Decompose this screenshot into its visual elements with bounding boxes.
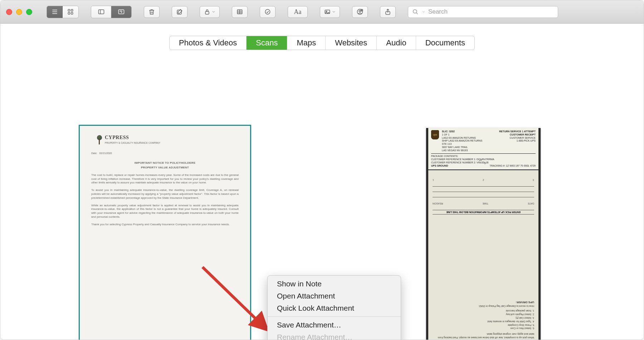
- list-lines-icon: [51, 8, 58, 15]
- doc2-cs1: CUSTOMER SERVICE: [510, 137, 536, 139]
- search-field[interactable]: [408, 6, 558, 18]
- new-note-button[interactable]: [172, 6, 187, 18]
- doc2-tracking: TRACKING #: 1Z W93 197 75 6501 4729: [489, 164, 536, 168]
- media-button[interactable]: [320, 6, 340, 18]
- doc1-date-label: Date:: [91, 152, 97, 154]
- chevron-down-icon: [422, 10, 425, 14]
- doc2-receipt: CUSTOMER RECEIPT: [510, 133, 536, 137]
- add-people-button[interactable]: [352, 6, 368, 18]
- sidebar-attach-group: [91, 6, 132, 18]
- share-button[interactable]: [380, 6, 396, 18]
- menu-separator: [268, 316, 401, 317]
- doc1-p4: Thank you for selecting Cypress Property…: [91, 223, 239, 227]
- doc2-slic: SLIC: 3202: [442, 130, 455, 133]
- svg-rect-4: [98, 10, 104, 14]
- format-aa-icon: Aa: [294, 8, 302, 16]
- attachments-view-button[interactable]: [111, 6, 131, 18]
- menu-save-attachment[interactable]: Save Attachment…: [268, 319, 401, 331]
- doc2-service: RETURN SERVICE 1 ATTEMPT: [499, 130, 536, 133]
- scan-thumbnail-2[interactable]: ups SLIC: 3202 RETURN SERVICE 1 ATTEMPT …: [426, 128, 541, 340]
- compose-icon: [176, 8, 183, 15]
- doc2-ref1: CUSTOMER REFERENCE NUMBER 1: DQjyRnTRRMA: [431, 158, 536, 161]
- svg-point-9: [265, 9, 270, 14]
- doc2-driver: UPS DRIVER:: [433, 300, 534, 304]
- doc1-brand: CYPRESS: [105, 134, 160, 141]
- menu-show-in-note[interactable]: Show in Note: [268, 278, 401, 290]
- search-icon: [412, 8, 419, 15]
- doc2-addr1: LAS2 E6 AMAZON RETURNS: [442, 137, 476, 139]
- doc2-enter: ENTER PICK UP ATTEMPTS INFORMATION BELOW…: [433, 210, 534, 215]
- svg-rect-5: [119, 10, 124, 14]
- delete-button[interactable]: [144, 6, 160, 18]
- doc1-date-value: 02/21/2020: [99, 152, 112, 154]
- doc2-col-time: TIME: [482, 202, 488, 205]
- doc2-addr5: LAS VEGAS NV 89193: [442, 149, 468, 152]
- doc2-col-date: DATE: [528, 202, 534, 205]
- doc1-p1: The cost to build, replace or repair hom…: [91, 173, 239, 185]
- svg-rect-7: [205, 11, 209, 14]
- doc2-addr3: STE 113: [442, 143, 452, 145]
- scan-thumbnail-1-content: CYPRESS PROPERTY & CASUALTY INSURANCE CO…: [79, 125, 251, 340]
- search-input[interactable]: [428, 8, 554, 15]
- doc2-s1: 1. Scan package barcode: [433, 309, 534, 313]
- doc2-addr4: 3837 BAY LAKE TRAIL: [442, 146, 468, 148]
- doc2-howto: How to record a Damage Call Tag Pickup i…: [433, 304, 534, 308]
- menu-rename-attachment: Rename Attachment…: [268, 331, 401, 340]
- doc1-title1: IMPORTANT NOTICE TO POLICYHOLDERS: [91, 161, 239, 165]
- list-view-button[interactable]: [47, 6, 63, 18]
- view-mode-group: [47, 6, 79, 18]
- doc2-s5: 5. Press Stop Complete: [433, 323, 534, 327]
- tab-audio[interactable]: Audio: [377, 36, 416, 50]
- tab-websites[interactable]: Websites: [326, 36, 377, 50]
- ups-logo-icon: ups: [431, 130, 439, 139]
- svg-rect-1: [71, 9, 73, 11]
- doc1-brand-sub: PROPERTY & CASUALTY INSURANCE COMPANY: [105, 142, 160, 144]
- toggle-sidebar-button[interactable]: [91, 6, 111, 18]
- svg-rect-3: [71, 13, 73, 14]
- menu-open-attachment[interactable]: Open Attachment: [268, 290, 401, 302]
- attachment-filter-bar: Photos & Videos Scans Maps Websites Audi…: [0, 24, 644, 58]
- doc2-s6: 6. Select Res or Com: [433, 327, 534, 330]
- lock-icon: [204, 8, 211, 15]
- trash-icon: [148, 8, 155, 15]
- chevron-down-icon: [211, 8, 216, 15]
- doc2-col-reason: REASON: [433, 202, 443, 205]
- checklist-button[interactable]: [260, 6, 275, 18]
- doc2-ground: UPS GROUND: [431, 164, 448, 168]
- format-button[interactable]: Aa: [288, 6, 308, 18]
- doc1-title2: PROPERTY VALUE ADJUSTMENT: [91, 166, 239, 170]
- svg-rect-2: [68, 13, 70, 14]
- svg-point-13: [359, 10, 361, 12]
- minimize-window-button[interactable]: [16, 9, 22, 15]
- traffic-lights: [6, 9, 32, 15]
- context-menu: Show in Note Open Attachment Quick Look …: [267, 275, 401, 340]
- lock-button[interactable]: [200, 6, 220, 18]
- tab-maps[interactable]: Maps: [287, 36, 326, 50]
- doc2-s3: 3. Select Call (5): [433, 316, 534, 320]
- share-icon: [384, 8, 391, 15]
- check-circle-icon: [264, 8, 271, 15]
- table-icon: [236, 8, 243, 15]
- image-icon: [324, 8, 331, 15]
- doc2-note: When pick up is completed, tear off stub…: [433, 332, 534, 339]
- tab-photos-videos[interactable]: Photos & Videos: [170, 36, 247, 50]
- doc2-count: 1 OF 1: [442, 133, 449, 137]
- close-window-button[interactable]: [6, 9, 12, 15]
- chevron-down-icon: [332, 8, 336, 15]
- grid-view-button[interactable]: [63, 6, 78, 18]
- doc1-p3: While an automatic property value adjust…: [91, 204, 239, 219]
- doc2-s4: 4. Type DAM for damages in remarks field: [433, 320, 534, 323]
- doc2-ref2: CUSTOMER REFERENCE NUMBER 2: Vt9z30gJ8: [431, 161, 536, 164]
- scan-thumbnail-1[interactable]: CYPRESS PROPERTY & CASUALTY INSURANCE CO…: [79, 125, 251, 340]
- menu-quick-look-attachment[interactable]: Quick Look Attachment: [268, 302, 401, 314]
- tab-documents[interactable]: Documents: [416, 36, 474, 50]
- window-titlebar: Aa: [0, 0, 644, 24]
- tree-logo-icon: [95, 135, 103, 144]
- doc2-pkg: PACKAGE CONTENTS:: [431, 155, 536, 158]
- sidebar-icon: [98, 8, 105, 15]
- tab-scans[interactable]: Scans: [247, 36, 287, 50]
- zoom-window-button[interactable]: [26, 9, 32, 15]
- table-button[interactable]: [232, 6, 248, 18]
- svg-point-16: [413, 10, 417, 13]
- doc2-cs2: 1-800-PICK-UPS: [517, 139, 536, 142]
